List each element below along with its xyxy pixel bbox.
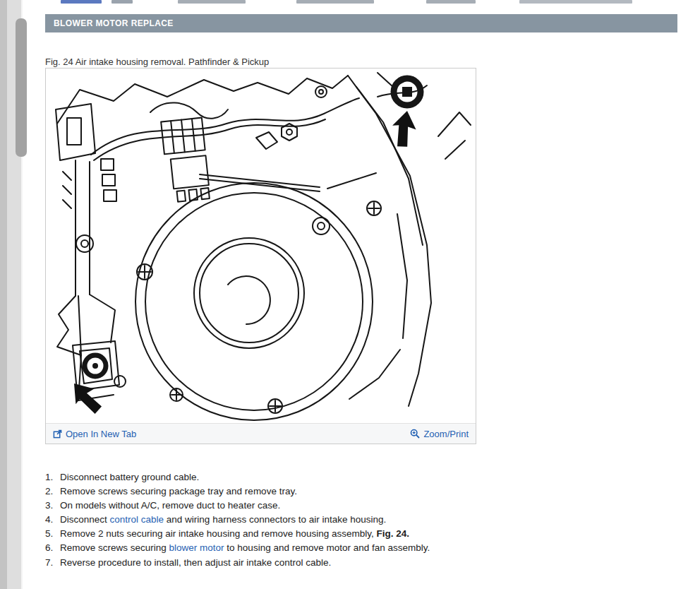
figure-caption: Fig. 24 Air intake housing removal. Path… [45,56,269,67]
clipped-text-fragment [111,0,133,4]
step-text: Remove screws securing package tray and … [60,486,297,496]
steps-list: 1.Disconnect battery ground cable.2.Remo… [45,470,666,570]
step-text: Remove screws securing [60,542,169,553]
step-number: 2. [45,484,55,499]
inline-link[interactable]: control cable [110,514,164,525]
figure-frame: Open In New Tab Zoom/Print [45,68,476,444]
procedure-step: 5.Remove 2 nuts securing air intake hous… [45,527,666,541]
figure-toolbar: Open In New Tab Zoom/Print [46,423,476,444]
procedure-step: 1.Disconnect battery ground cable. [45,470,666,484]
step-text: Fig. 24. [377,528,410,539]
section-header-bar: BLOWER MOTOR REPLACE [45,14,677,32]
procedure-step: 7.Reverse procedure to install, then adj… [45,556,666,570]
step-text: Remove 2 nuts securing air intake housin… [60,528,377,539]
procedure-step: 2.Remove screws securing package tray an… [45,484,666,499]
step-number: 3. [45,499,55,513]
open-in-new-tab-label: Open In New Tab [66,429,136,439]
procedure-step: 3.On models without A/C, remove duct to … [45,499,666,513]
procedure-step: 6.Remove screws securing blower motor to… [45,541,666,555]
step-number: 7. [45,556,55,570]
step-number: 5. [45,527,55,541]
zoom-print-link[interactable]: Zoom/Print [410,429,469,439]
clipped-text-fragment [296,0,374,4]
step-number: 6. [45,541,55,555]
open-in-new-tab-icon [53,429,62,439]
step-text: and wiring harness connectors to air int… [164,514,386,525]
blower-assembly-diagram [46,69,476,423]
zoom-print-label: Zoom/Print [423,429,469,439]
step-number: 1. [45,470,55,484]
left-panel-edge [0,0,7,589]
clipped-text-fragment [178,0,246,4]
vertical-scrollbar-track[interactable] [7,0,23,589]
step-text: Disconnect battery ground cable. [60,472,199,482]
clipped-text-fragment [426,0,476,4]
step-text: to housing and remove motor and fan asse… [224,542,430,553]
inline-link[interactable]: blower motor [169,542,224,553]
open-in-new-tab-link[interactable]: Open In New Tab [53,429,136,439]
magnifier-plus-icon [410,429,420,439]
clipped-text-fragment [61,0,102,4]
step-number: 4. [45,513,55,527]
step-text: On models without A/C, remove duct to he… [60,500,280,511]
figure-image-area [46,69,476,423]
procedure-step: 4.Disconnect control cable and wiring ha… [45,513,666,527]
clipped-text-fragment [519,0,632,4]
vertical-scrollbar-thumb[interactable] [16,18,27,157]
step-text: Reverse procedure to install, then adjus… [60,557,331,568]
step-text: Disconnect [60,514,110,525]
